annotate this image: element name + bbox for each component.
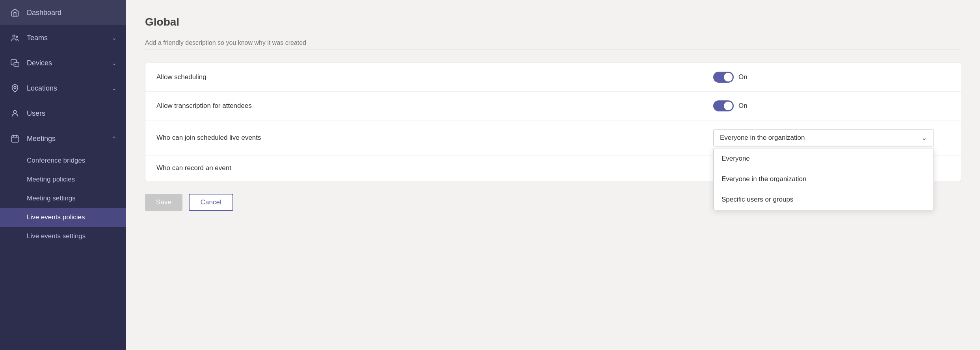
who-can-join-control: Everyone in the organization ⌄ Everyone … (713, 129, 950, 146)
sidebar-item-meetings[interactable]: Meetings ⌃ (0, 126, 126, 151)
sidebar-item-label: Users (27, 109, 45, 118)
who-can-record-label: Who can record an event (156, 164, 713, 172)
sidebar-item-users[interactable]: Users (0, 101, 126, 126)
allow-transcription-label: Allow transcription for attendees (156, 102, 713, 110)
sidebar-item-locations[interactable]: Locations ⌄ (0, 76, 126, 101)
devices-icon (9, 57, 20, 69)
sidebar-item-dashboard[interactable]: Dashboard (0, 0, 126, 25)
chevron-down-icon: ⌄ (112, 60, 117, 66)
svg-point-4 (14, 86, 16, 89)
locations-icon (9, 83, 20, 94)
allow-transcription-toggle[interactable] (713, 100, 734, 111)
sidebar-item-teams[interactable]: Teams ⌄ (0, 25, 126, 50)
description-input[interactable] (145, 36, 961, 50)
chevron-up-icon: ⌃ (112, 135, 117, 142)
allow-transcription-row: Allow transcription for attendees On (145, 92, 961, 120)
chevron-down-icon: ⌄ (112, 85, 117, 91)
svg-point-5 (13, 111, 16, 113)
sidebar-item-label: Dashboard (27, 9, 61, 17)
sidebar: Dashboard Teams ⌄ Devices ⌄ (0, 0, 126, 350)
who-can-join-dropdown[interactable]: Everyone in the organization ⌄ (713, 129, 934, 146)
allow-transcription-state: On (738, 102, 748, 110)
chevron-down-icon: ⌄ (112, 35, 117, 41)
allow-scheduling-control: On (713, 72, 950, 83)
sidebar-item-label: Teams (27, 34, 48, 42)
allow-scheduling-state: On (738, 73, 748, 81)
option-specific-users[interactable]: Specific users or groups (714, 189, 934, 210)
sidebar-item-label: Devices (27, 59, 52, 67)
home-icon (9, 7, 20, 18)
chevron-down-icon: ⌄ (921, 133, 927, 142)
teams-icon (9, 32, 20, 43)
allow-scheduling-label: Allow scheduling (156, 73, 713, 81)
who-can-join-menu: Everyone Everyone in the organization Sp… (713, 148, 934, 210)
who-can-join-selected: Everyone in the organization (720, 134, 805, 142)
sidebar-item-live-events-policies[interactable]: Live events policies (0, 208, 126, 227)
allow-transcription-control: On (713, 100, 950, 111)
allow-scheduling-toggle[interactable] (713, 72, 734, 83)
cancel-button[interactable]: Cancel (189, 194, 233, 211)
svg-point-0 (13, 35, 15, 37)
sidebar-item-label: Meetings (27, 135, 56, 143)
main-content: Global Allow scheduling On Allow transcr… (126, 0, 980, 350)
allow-scheduling-row: Allow scheduling On (145, 63, 961, 92)
sidebar-item-label: Locations (27, 84, 57, 93)
users-icon (9, 108, 20, 119)
who-can-join-label: Who can join scheduled live events (156, 134, 713, 142)
who-can-join-dropdown-wrapper: Everyone in the organization ⌄ Everyone … (713, 129, 934, 146)
sidebar-item-conference-bridges[interactable]: Conference bridges (0, 151, 126, 170)
who-can-join-row: Who can join scheduled live events Every… (145, 120, 961, 156)
sidebar-item-meeting-policies[interactable]: Meeting policies (0, 170, 126, 189)
sidebar-item-meeting-settings[interactable]: Meeting settings (0, 189, 126, 208)
sidebar-item-live-events-settings[interactable]: Live events settings (0, 227, 126, 246)
settings-card: Allow scheduling On Allow transcription … (145, 63, 961, 181)
page-title: Global (145, 16, 961, 28)
meetings-icon (9, 133, 20, 144)
option-everyone[interactable]: Everyone (714, 148, 934, 169)
sidebar-item-devices[interactable]: Devices ⌄ (0, 50, 126, 76)
svg-point-1 (16, 36, 18, 37)
svg-rect-6 (12, 136, 19, 143)
meetings-submenu: Conference bridges Meeting policies Meet… (0, 151, 126, 246)
option-everyone-org[interactable]: Everyone in the organization (714, 169, 934, 189)
svg-rect-2 (14, 63, 19, 66)
save-button[interactable]: Save (145, 194, 182, 211)
